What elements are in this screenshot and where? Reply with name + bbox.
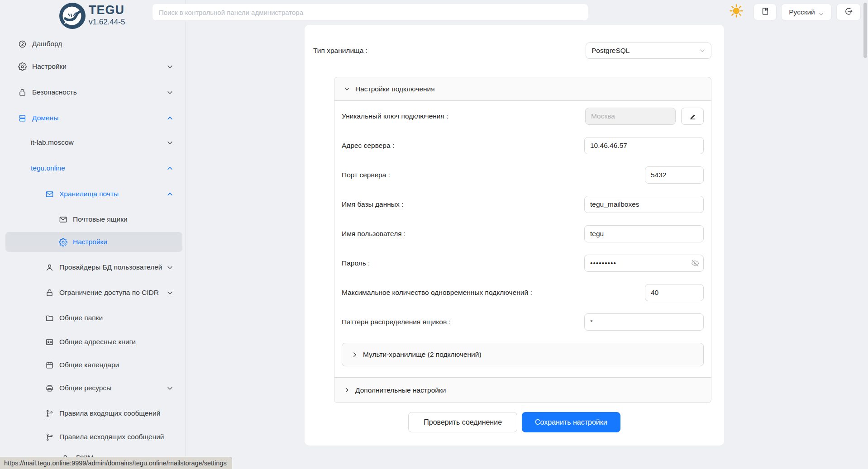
sidebar-item-it-lab.moscow[interactable]: it-lab.moscow <box>5 133 182 152</box>
settings-collapse: Настройки подключения Уникальный ключ по… <box>334 77 711 403</box>
sidebar-item-настройки[interactable]: Настройки <box>5 232 182 252</box>
form-row: Уникальный ключ подключения : <box>342 108 704 125</box>
additional-settings-title: Дополнительные настройки <box>355 386 446 394</box>
password-input[interactable] <box>584 255 704 272</box>
chevron-down-icon <box>167 139 173 146</box>
text-input[interactable] <box>645 284 704 301</box>
vertical-scrollbar-thumb[interactable] <box>863 3 867 58</box>
sidebar-item-label: Почтовые ящики <box>73 215 128 223</box>
storage-type-row: Тип хранилища : PostgreSQL <box>313 42 711 59</box>
logo: TEGU v1.62.44-5 <box>59 2 125 29</box>
chevron-up-icon <box>167 115 173 122</box>
connection-key-input <box>585 108 676 125</box>
form-row: Максимальное количество одновременных по… <box>342 284 704 301</box>
gear-icon <box>59 238 67 246</box>
sidebar-item-хранилища-почты[interactable]: Хранилища почты <box>5 184 182 204</box>
sidebar-item-правила-исходящих-сообщений[interactable]: Правила исходящих сообщений <box>5 427 182 447</box>
field-label: Имя пользователя : <box>342 230 405 238</box>
admin-panel-screen: TEGU v1.62.44-5 ДашбордНастройкиБезопасн… <box>0 0 868 469</box>
test-connection-button[interactable]: Проверить соединение <box>408 412 517 432</box>
form-row: Порт сервера : <box>342 166 704 184</box>
edit-key-button[interactable] <box>681 108 704 125</box>
book-icon <box>761 7 770 18</box>
connection-settings-title: Настройки подключения <box>355 85 435 93</box>
sidebar-item-почтовые-ящики[interactable]: Почтовые ящики <box>5 209 182 229</box>
form-row: Имя пользователя : <box>342 225 704 242</box>
sidebar-item-label: tegu.online <box>31 164 65 172</box>
sidebar-item-label: Правила входящих сообщений <box>59 409 160 417</box>
chevron-up-icon <box>167 165 173 172</box>
documentation-button[interactable] <box>754 4 777 20</box>
text-input[interactable] <box>584 196 704 213</box>
theme-sun-icon[interactable] <box>730 4 743 18</box>
language-select[interactable]: Русский <box>781 4 832 20</box>
sidebar-item-label: Безопасность <box>32 88 77 96</box>
sidebar-item-label: Домены <box>32 114 58 122</box>
status-url: https://mail.tegu.online:9999/admin/doma… <box>4 460 227 467</box>
connection-settings-body: Уникальный ключ подключения :Адрес серве… <box>334 101 711 377</box>
sidebar-item-label: it-lab.moscow <box>31 138 74 147</box>
status-url-bar: https://mail.tegu.online:9999/admin/doma… <box>0 457 232 469</box>
sidebar-item-общие-календари[interactable]: Общие календари <box>5 355 182 375</box>
text-input[interactable] <box>584 225 704 242</box>
mail-icon <box>45 190 54 199</box>
sidebar-item-домены[interactable]: Домены <box>5 108 182 128</box>
printer-icon <box>45 384 54 393</box>
mailstorage-settings-card: Тип хранилища : PostgreSQL Настройки под… <box>305 25 724 445</box>
sidebar-item-правила-входящих-сообщений[interactable]: Правила входящих сообщений <box>5 403 182 423</box>
sidebar-item-label: Общие ресурсы <box>59 384 111 392</box>
language-label: Русский <box>789 8 815 16</box>
field-label: Паттерн распределения ящиков : <box>342 318 451 326</box>
sidebar-item-label: Общие календари <box>59 361 119 369</box>
sidebar-item-label: Общие адресные книги <box>59 338 136 346</box>
sidebar-item-общие-адресные-книги[interactable]: Общие адресные книги <box>5 332 182 352</box>
chevron-down-icon <box>167 289 173 296</box>
text-input[interactable] <box>584 313 704 331</box>
sidebar-item-label: Правила исходящих сообщений <box>59 433 164 441</box>
sidebar-item-безопасность[interactable]: Безопасность <box>5 82 182 102</box>
chevron-down-icon <box>167 89 173 96</box>
branch-icon <box>45 409 54 418</box>
branch-icon <box>45 433 54 441</box>
sidebar-item-провайдеры-бд-пользователей[interactable]: Провайдеры БД пользователей <box>5 257 182 277</box>
search-input[interactable] <box>152 4 588 21</box>
dashboard-icon <box>18 40 27 48</box>
storage-type-select[interactable]: PostgreSQL <box>586 43 711 59</box>
sidebar-item-label: Хранилища почты <box>59 190 119 198</box>
sidebar-item-дашборд[interactable]: Дашборд <box>5 34 182 54</box>
sidebar-item-ограничение-доступа-по-cidr[interactable]: Ограничение доступа по CIDR <box>5 283 182 303</box>
eye-invisible-icon[interactable] <box>691 259 699 267</box>
field-label: Уникальный ключ подключения : <box>342 112 448 120</box>
app-title: TEGU <box>89 3 125 17</box>
save-settings-button[interactable]: Сохранить настройки <box>522 412 620 432</box>
storage-type-value: PostgreSQL <box>591 47 630 55</box>
folder-icon <box>45 314 54 322</box>
additional-settings-panel-header[interactable]: Дополнительные настройки <box>334 378 711 403</box>
form-actions: Проверить соединение Сохранить настройки <box>305 412 724 432</box>
chevron-down-icon <box>167 264 173 271</box>
sidebar-item-label: Общие папки <box>59 314 103 322</box>
field-label: Порт сервера : <box>342 171 390 179</box>
mail-icon <box>59 215 67 224</box>
text-input[interactable] <box>645 166 704 184</box>
chevron-down-icon <box>699 47 706 54</box>
form-row: Пароль : <box>342 255 704 272</box>
sidebar-item-label: Провайдеры БД пользователей <box>59 263 162 271</box>
logout-icon <box>844 7 853 18</box>
logout-button[interactable] <box>836 4 861 20</box>
sidebar-item-label: Дашборд <box>32 40 62 48</box>
sidebar-item-общие-папки[interactable]: Общие папки <box>5 308 182 328</box>
sidebar-item-настройки[interactable]: Настройки <box>5 57 182 76</box>
gear-icon <box>18 62 27 71</box>
connection-settings-panel-header[interactable]: Настройки подключения <box>334 77 711 101</box>
form-row: Паттерн распределения ящиков : <box>342 313 704 331</box>
multi-storage-title: Мульти-хранилище (2 подключений) <box>363 351 482 359</box>
multi-storage-panel-header[interactable]: Мульти-хранилище (2 подключений) <box>342 343 704 366</box>
text-input[interactable] <box>584 137 704 154</box>
chevron-down-icon <box>167 385 173 392</box>
field-label: Максимальное количество одновременных по… <box>342 289 532 297</box>
sidebar-item-tegu.online[interactable]: tegu.online <box>5 158 182 178</box>
servers-icon <box>18 114 27 123</box>
sidebar-item-общие-ресурсы[interactable]: Общие ресурсы <box>5 378 182 398</box>
chevron-right-icon <box>343 387 350 393</box>
